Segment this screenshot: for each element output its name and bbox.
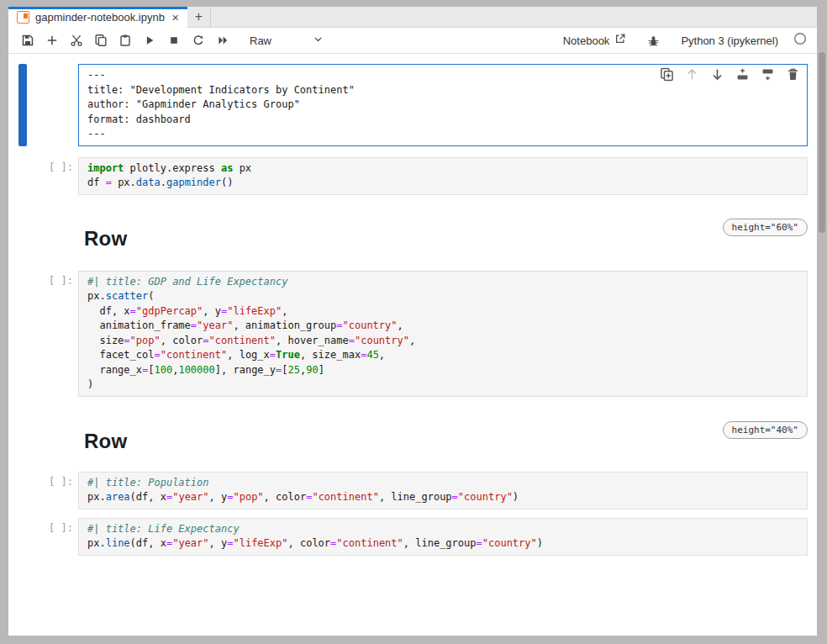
kernel-selector[interactable]: Python 3 (ipykernel) bbox=[681, 34, 778, 47]
execution-prompt: [ ]: bbox=[8, 157, 78, 173]
add-cell-icon bbox=[45, 34, 59, 47]
code-cell-editor[interactable]: #| title: Life Expectancypx.line(df, x="… bbox=[78, 518, 808, 556]
code-cell-editor[interactable]: import plotly.express as pxdf = px.data.… bbox=[78, 157, 808, 195]
copy-cell-button[interactable] bbox=[88, 29, 113, 51]
cell-type-dropdown[interactable]: Raw bbox=[250, 33, 324, 48]
markdown-cell[interactable]: Rowheight="40%" bbox=[8, 421, 808, 453]
insert-cell-above-button[interactable] bbox=[735, 70, 750, 84]
move-cell-down-icon bbox=[710, 67, 724, 87]
move-cell-up-icon bbox=[685, 67, 699, 87]
section-heading: Row bbox=[84, 430, 127, 453]
chevron-down-icon bbox=[313, 33, 324, 48]
code-line: #| title: Population bbox=[87, 476, 798, 491]
raw-cell-editor[interactable]: ---title: "Development Indicators by Con… bbox=[78, 64, 808, 146]
debugger-button[interactable] bbox=[641, 29, 666, 51]
cut-cell-button[interactable] bbox=[64, 29, 88, 51]
execution-prompt: [ ]: bbox=[8, 472, 78, 488]
notebook-file-icon bbox=[17, 11, 29, 24]
restart-kernel-button[interactable] bbox=[186, 29, 210, 51]
delete-cell-icon bbox=[786, 67, 800, 87]
duplicate-cell-icon bbox=[660, 67, 674, 87]
vertical-scrollbar-thumb[interactable] bbox=[819, 52, 825, 233]
restart-run-all-button[interactable] bbox=[210, 29, 234, 51]
code-cell-editor[interactable]: #| title: Populationpx.area(df, x="year"… bbox=[78, 472, 808, 509]
execution-prompt: [ ]: bbox=[8, 518, 78, 534]
toolbar-right-group: Notebook Python 3 (ipykernel) bbox=[563, 29, 807, 51]
run-cell-button[interactable] bbox=[137, 29, 161, 51]
tab-gapminder-notebook[interactable]: gapminder-notebook.ipynb × bbox=[8, 7, 187, 28]
paste-cell-button[interactable] bbox=[113, 29, 137, 51]
code-cell: [ ]:#| title: GDP and Life Expectancypx.… bbox=[8, 271, 808, 397]
tab-title: gapminder-notebook.ipynb bbox=[35, 11, 166, 24]
cell-type-value: Raw bbox=[250, 34, 271, 47]
notebook-button-label: Notebook bbox=[563, 34, 610, 47]
notebook-panel: ---title: "Development Indicators by Con… bbox=[8, 54, 817, 636]
code-line: #| title: GDP and Life Expectancy bbox=[87, 275, 798, 290]
code-cell: [ ]:#| title: Life Expectancypx.line(df,… bbox=[8, 518, 808, 556]
new-launcher-button[interactable]: + bbox=[187, 7, 211, 27]
cell-toolbar bbox=[660, 70, 800, 84]
section-heading: Row bbox=[84, 227, 127, 251]
delete-cell-button[interactable] bbox=[786, 70, 800, 84]
cell-attribute-badge: height="40%" bbox=[723, 421, 808, 439]
save-button[interactable] bbox=[15, 29, 40, 51]
code-line: px.area(df, x="year", y="pop", color="co… bbox=[87, 490, 798, 505]
code-line: size="pop", color="continent", hover_nam… bbox=[87, 334, 798, 349]
code-line: px.scatter( bbox=[87, 289, 798, 304]
code-line: facet_col="continent", log_x=True, size_… bbox=[87, 348, 798, 363]
code-cell-editor[interactable]: #| title: GDP and Life Expectancypx.scat… bbox=[78, 271, 808, 397]
cell-attribute-badge: height="60%" bbox=[723, 219, 808, 236]
insert-cell-above-icon bbox=[735, 67, 750, 87]
duplicate-cell-button[interactable] bbox=[660, 70, 674, 84]
restart-run-all-icon bbox=[216, 34, 229, 47]
notebook-toolbar: Raw Notebook Python 3 (ipykernel) bbox=[8, 28, 817, 54]
move-cell-up-button bbox=[685, 70, 699, 84]
code-line: ) bbox=[87, 377, 798, 393]
code-line: range_x=[100,100000], range_y=[25,90] bbox=[87, 363, 798, 378]
external-link-icon bbox=[614, 33, 626, 48]
copy-cell-icon bbox=[94, 34, 108, 47]
code-line: import plotly.express as px bbox=[87, 161, 798, 177]
cut-cell-icon bbox=[70, 34, 83, 47]
kernel-idle-circle-icon bbox=[793, 32, 807, 49]
raw-line: --- bbox=[87, 127, 798, 142]
paste-cell-icon bbox=[119, 34, 132, 47]
insert-cell-below-button[interactable] bbox=[761, 70, 775, 84]
markdown-cell[interactable]: Rowheight="60%" bbox=[8, 219, 808, 251]
code-line: df, x="gdpPercap", y="lifeExp", bbox=[87, 304, 798, 319]
interrupt-kernel-button[interactable] bbox=[161, 29, 186, 51]
restart-kernel-icon bbox=[192, 34, 205, 47]
tab-bar: gapminder-notebook.ipynb × + bbox=[8, 7, 817, 28]
code-cell: [ ]:import plotly.express as pxdf = px.d… bbox=[8, 157, 808, 195]
code-cell: [ ]:#| title: Populationpx.area(df, x="y… bbox=[8, 472, 808, 509]
raw-line: author: "Gapminder Analytics Group" bbox=[87, 98, 798, 113]
cell-collapser[interactable] bbox=[18, 64, 27, 146]
raw-line: format: dashboard bbox=[87, 113, 798, 128]
run-icon bbox=[143, 34, 156, 47]
code-line: df = px.data.gapminder() bbox=[87, 176, 798, 191]
interrupt-kernel-icon bbox=[167, 34, 181, 47]
move-cell-down-button[interactable] bbox=[710, 70, 724, 84]
close-tab-icon[interactable]: × bbox=[171, 11, 179, 24]
bug-icon bbox=[647, 34, 660, 47]
code-line: animation_frame="year", animation_group=… bbox=[87, 319, 798, 334]
insert-cell-button[interactable] bbox=[40, 29, 64, 51]
execution-prompt: [ ]: bbox=[8, 271, 78, 287]
active-tab-indicator bbox=[8, 7, 187, 9]
raw-cell: ---title: "Development Indicators by Con… bbox=[8, 64, 808, 146]
open-in-notebook-button[interactable]: Notebook bbox=[563, 33, 627, 48]
insert-cell-below-icon bbox=[761, 67, 775, 87]
code-line: px.line(df, x="year", y="lifeExp", color… bbox=[87, 536, 798, 552]
cells: ---title: "Development Indicators by Con… bbox=[8, 64, 817, 556]
code-line: #| title: Life Expectancy bbox=[87, 522, 798, 537]
save-icon bbox=[21, 34, 34, 47]
jupyterlab-window: gapminder-notebook.ipynb × + bbox=[8, 7, 817, 636]
